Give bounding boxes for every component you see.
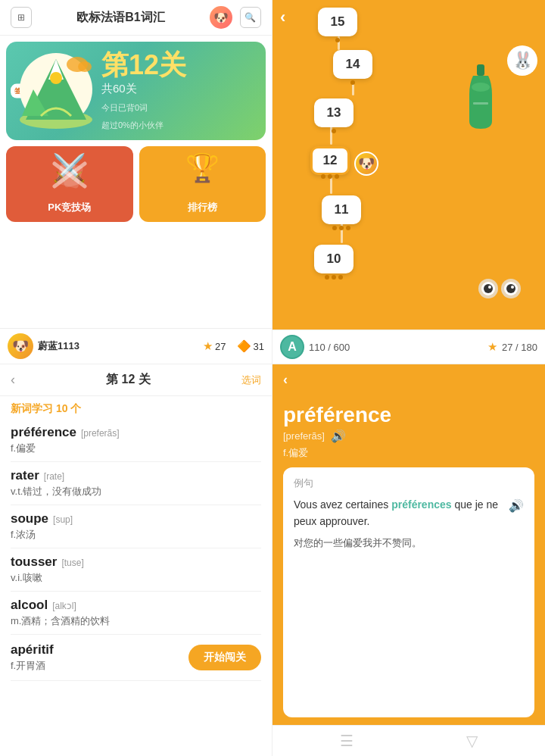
example-card: 例句 Vous avez certaines préférences que j…: [283, 467, 534, 717]
word-item-aperitif[interactable]: apéritif f.开胃酒 开始闯关: [11, 635, 261, 681]
word-text: rater: [11, 468, 39, 483]
highlight-word: préférences: [391, 498, 451, 511]
coins-stat: 🔶 31: [237, 339, 264, 353]
phonetic-text: [tuse]: [61, 558, 83, 568]
star-icon-right: ★: [487, 340, 497, 354]
main-phonetic: [preferãs]: [283, 430, 325, 442]
word-list: préférence [preferãs] f.偏爱 rater [rate] …: [0, 419, 272, 756]
svg-point-13: [472, 83, 490, 92]
meaning-text: v.t.错过，没有做成功: [11, 485, 261, 498]
today-stats: 今日已背0词: [101, 102, 254, 114]
word-item-rater[interactable]: rater [rate] v.t.错过，没有做成功: [11, 462, 261, 505]
meaning-text: v.i.咳嗽: [11, 571, 261, 585]
svg-point-22: [511, 286, 514, 289]
word-item-preference[interactable]: préférence [preferãs] f.偏爱: [11, 419, 261, 462]
level-node-14[interactable]: 14: [333, 50, 372, 79]
phonetic-text: [alkɔl]: [52, 601, 76, 611]
avatar-icon[interactable]: 🐶: [210, 6, 232, 29]
phonetic-text: [sup]: [53, 514, 73, 525]
example-sentence: Vous avez certaines préférences que je n…: [294, 496, 524, 530]
svg-point-17: [484, 284, 493, 293]
total-levels: 共60关: [101, 82, 254, 96]
pk-arena-tile[interactable]: ⚔️ PK竞技场: [6, 146, 133, 222]
level-badge: A: [280, 335, 304, 359]
svg-point-7: [50, 72, 62, 84]
top-left-panel: ⊞ 欧标法语B1词汇 🐶 🔍 签到: [0, 0, 272, 364]
example-sound-icon[interactable]: 🔊: [509, 496, 524, 516]
select-words-button[interactable]: 选词: [241, 373, 261, 387]
mountain-scene: [18, 48, 94, 134]
sound-icon[interactable]: 🔊: [331, 429, 346, 443]
stars-count: 27: [215, 341, 226, 352]
example-translation: 对您的一些偏爱我并不赞同。: [294, 536, 524, 550]
back-icon-top-right[interactable]: ‹: [280, 8, 285, 27]
stars-stat: ★ 27: [203, 339, 226, 353]
word-text: préférence: [11, 425, 76, 440]
level-node-10[interactable]: 10: [314, 245, 353, 273]
word-item-tousser[interactable]: tousser [tuse] v.i.咳嗽: [11, 548, 261, 592]
start-button[interactable]: 开始闯关: [188, 645, 261, 670]
bottom-left-header: ‹ 第 12 关 选词: [0, 364, 272, 396]
meaning-text: f.浓汤: [11, 528, 261, 542]
bottom-right-header: ‹: [272, 364, 545, 395]
coin-icon: 🔶: [237, 339, 251, 353]
svg-point-18: [488, 286, 491, 289]
grid-icon[interactable]: ⊞: [11, 7, 32, 28]
word-text: apéritif: [11, 642, 54, 658]
bottom-right-panel: ‹ préférence [preferãs] 🔊 f.偏爱 例句 Vous a…: [272, 364, 545, 756]
header-icons: 🐶 🔍: [210, 6, 261, 29]
hero-text: 第12关 共60关 今日已背0词 超过0%的小伙伴: [94, 52, 254, 131]
vocab-count: 新词学习 10 个: [0, 396, 272, 419]
down-icon[interactable]: ▽: [466, 732, 478, 750]
app-title: 欧标法语B1词汇: [76, 10, 164, 26]
level-node-13[interactable]: 13: [314, 98, 353, 127]
top-left-header: ⊞ 欧标法语B1词汇 🐶 🔍: [0, 0, 272, 36]
back-button-right[interactable]: ‹: [283, 372, 288, 388]
hero-card: 签到: [6, 42, 266, 140]
rabbit-avatar: 🐰: [507, 45, 537, 76]
eyes-decoration: [477, 277, 522, 303]
word-text: alcool: [11, 598, 48, 613]
level-node-12[interactable]: 12: [310, 146, 350, 175]
phonetic-row: [preferãs] 🔊: [283, 429, 534, 443]
pk-arena-label: PK竞技场: [48, 201, 91, 214]
main-word: préférence: [283, 403, 534, 427]
tiles-row: ⚔️ PK竞技场 🏆 排行榜: [6, 146, 266, 328]
main-meaning: f.偏爱: [283, 446, 534, 460]
bottom-right-footer: ☰ ▽: [272, 725, 545, 756]
word-item-soupe[interactable]: soupe [sup] f.浓汤: [11, 505, 261, 548]
coins-count: 31: [254, 341, 264, 352]
xp-display: 110 / 600: [309, 342, 350, 353]
meaning-text: f.偏爱: [11, 442, 261, 455]
leaderboard-tile[interactable]: 🏆 排行榜: [139, 146, 266, 222]
bottle-decoration: [462, 61, 500, 139]
meaning-text: f.开胃酒: [11, 659, 54, 673]
star-icon: ★: [203, 339, 213, 353]
leaderboard-label: 排行榜: [188, 201, 217, 214]
bookmark-icon[interactable]: ☰: [340, 732, 353, 750]
meaning-text: m.酒精；含酒精的饮料: [11, 614, 261, 628]
top-right-panel: ‹ 15 14 13 12 🐶 11: [272, 0, 545, 364]
phonetic-text: [rate]: [44, 471, 64, 482]
stars-display-right: 27 / 180: [502, 342, 537, 353]
user-avatar-path: 🐶: [354, 152, 378, 176]
user-bar-right: A 110 / 600 ★ 27 / 180: [272, 330, 545, 364]
level-title: 第12关: [101, 52, 254, 79]
section-title: 第 12 关: [15, 372, 241, 388]
level-node-11[interactable]: 11: [322, 195, 361, 224]
level-path: ‹ 15 14 13 12 🐶 11: [272, 0, 545, 364]
svg-rect-14: [473, 102, 488, 105]
search-icon[interactable]: 🔍: [240, 7, 261, 28]
svg-rect-12: [477, 64, 484, 76]
phonetic-text: [preferãs]: [81, 428, 120, 439]
level-node-15[interactable]: 15: [318, 8, 357, 36]
user-bar-left: 🐶 蔚蓝1113 ★ 27 🔶 31: [0, 328, 272, 364]
user-name: 蔚蓝1113: [38, 339, 198, 353]
word-item-alcool[interactable]: alcool [alkɔl] m.酒精；含酒精的饮料: [11, 592, 261, 635]
word-card: préférence [preferãs] 🔊 f.偏爱: [272, 395, 545, 460]
bottom-left-panel: ‹ 第 12 关 选词 新词学习 10 个 préférence [prefer…: [0, 364, 272, 756]
svg-point-6: [78, 61, 92, 72]
word-text: tousser: [11, 555, 57, 570]
trophy-icon: 🏆: [185, 152, 220, 184]
word-text: soupe: [11, 511, 48, 526]
